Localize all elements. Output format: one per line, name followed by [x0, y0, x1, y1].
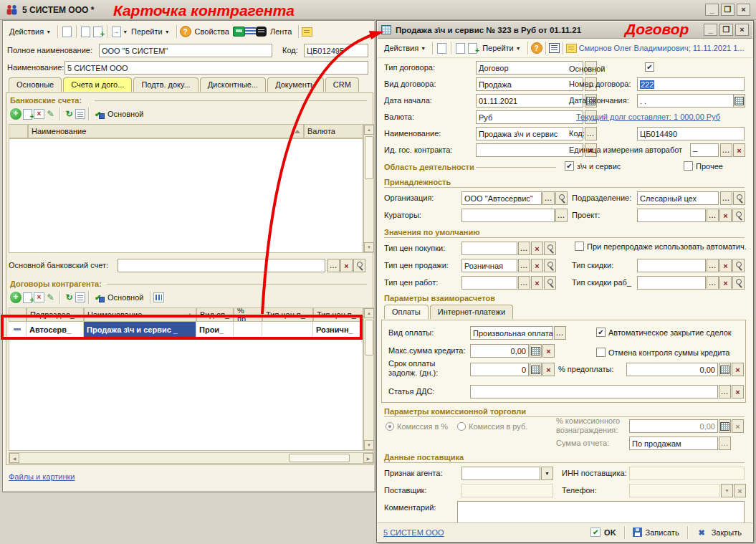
report-sum-field[interactable]: По продажам	[629, 436, 718, 450]
cash-register-icon[interactable]	[233, 27, 245, 37]
code-field[interactable]: ЦБ012495	[304, 44, 368, 57]
phone-field[interactable]	[629, 484, 720, 497]
files-and-pictures-link[interactable]: Файлы и картинки	[9, 472, 75, 481]
lookup-button[interactable]: ...	[707, 209, 719, 222]
table-icon[interactable]	[549, 43, 560, 53]
properties-button[interactable]: Свойства	[191, 26, 233, 37]
refresh-icon[interactable]: ↻	[63, 292, 75, 303]
counterparty-link[interactable]: 5 СИСТЕМ ООО	[383, 528, 444, 537]
commission-pct-radio[interactable]: Комиссия в %	[386, 422, 448, 431]
search-button[interactable]	[732, 209, 745, 222]
tab-oplaty[interactable]: Оплаты	[384, 305, 429, 319]
bank-col-name[interactable]: Наименование	[28, 124, 304, 138]
search-button[interactable]	[544, 276, 556, 290]
contracts-vscrollbar[interactable]: ▲ ▼	[363, 307, 374, 451]
note-icon[interactable]	[566, 44, 577, 53]
lookup-button[interactable]: ...	[707, 276, 719, 290]
refresh-icon[interactable]: ↻	[63, 108, 75, 120]
other-checkbox[interactable]: Прочее	[684, 161, 723, 171]
contracts-col-department[interactable]: Подраздел_	[27, 307, 84, 322]
help-icon[interactable]: ?	[531, 42, 542, 54]
actions-menu[interactable]: Действия▼	[6, 26, 54, 37]
tab-diskontnye[interactable]: Дисконтные...	[200, 77, 267, 92]
copy-icon[interactable]	[92, 26, 104, 37]
calc-button[interactable]	[530, 344, 542, 358]
lookup-button[interactable]: ...	[720, 191, 732, 205]
commission-rub-radio[interactable]: Комиссия в руб.	[457, 422, 527, 431]
minimize-button[interactable]: _	[705, 4, 719, 16]
contract-code-field[interactable]: ЦБ014490	[637, 127, 745, 140]
lookup-button[interactable]: ...	[555, 209, 568, 222]
feed-icon[interactable]	[256, 27, 267, 37]
dropdown-button[interactable]: ▼	[721, 484, 733, 497]
edit-icon[interactable]: ✎	[44, 292, 57, 303]
refresh-icon[interactable]: ↻	[454, 42, 466, 54]
scroll-down-button[interactable]: ▼	[364, 440, 374, 450]
contracts-col-name[interactable]: Наименование	[84, 307, 196, 322]
current-debt-link[interactable]: Текущий долг составляет: 1 000,00 Руб	[576, 113, 720, 121]
curators-field[interactable]	[461, 209, 555, 222]
contract-row-name[interactable]: Продажа з\ч и сервис _	[84, 322, 196, 338]
lookup-button[interactable]: ...	[518, 259, 530, 272]
main-bank-account-field[interactable]	[118, 259, 325, 272]
lookup-button[interactable]: ...	[585, 127, 597, 140]
scroll-left-button[interactable]: ◀	[9, 453, 19, 463]
feed-button[interactable]: Лента	[267, 26, 295, 37]
tab-crm[interactable]: CRM	[325, 77, 359, 92]
set-main-icon[interactable]: ✔	[92, 292, 104, 303]
buy-price-field[interactable]	[461, 242, 517, 255]
lookup-button[interactable]: ...	[542, 191, 555, 205]
close-window-button[interactable]: ✖Закрыть	[691, 525, 747, 540]
help-icon[interactable]: ?	[180, 26, 191, 37]
supplier-field[interactable]	[461, 484, 553, 497]
save-button[interactable]: Записать	[628, 526, 684, 538]
maximize-button[interactable]: ❒	[719, 24, 733, 36]
set-main-button[interactable]: Основной	[104, 108, 147, 120]
contract-row-pct[interactable]	[234, 322, 262, 338]
discount-field[interactable]	[637, 259, 706, 272]
search-button[interactable]	[544, 242, 556, 255]
commission-pct-field[interactable]: 0,00	[629, 419, 718, 433]
resale-checkbox[interactable]: При перепродаже использовать автоматич..…	[575, 242, 747, 251]
copy-icon[interactable]	[466, 42, 479, 54]
tab-dokumenty[interactable]: Документы	[267, 77, 324, 92]
bank-table-body[interactable]	[9, 138, 363, 253]
contracts-hscrollbar[interactable]: ◀ ▶	[9, 452, 374, 464]
chevron-down-icon[interactable]: ▼	[123, 29, 128, 34]
contracts-col-paykind[interactable]: Вид оп_	[196, 307, 234, 322]
close-button[interactable]: ×	[737, 4, 750, 16]
tab-podtv-dokumenty[interactable]: Подтв. доку...	[133, 77, 198, 92]
set-main-button[interactable]: Основной	[104, 292, 147, 303]
clear-button[interactable]: ×	[340, 259, 353, 272]
lookup-button[interactable]: ...	[518, 276, 530, 290]
service-checkbox[interactable]: з\ч и сервис	[565, 161, 621, 171]
clear-button[interactable]: ×	[719, 259, 732, 272]
dds-field[interactable]	[470, 385, 718, 399]
search-button[interactable]	[732, 276, 745, 290]
set-main-icon[interactable]: ✔	[92, 108, 104, 120]
lookup-button[interactable]: ...	[554, 326, 566, 340]
currency-field[interactable]: Руб	[476, 110, 583, 124]
scroll-right-button[interactable]: ▶	[363, 453, 373, 463]
reread-icon[interactable]: ↵	[436, 42, 448, 54]
contract-row-pricetype[interactable]	[262, 322, 313, 338]
tab-scheta-i-dogovory[interactable]: Счета и дого...	[63, 77, 132, 92]
contract-row-icon[interactable]	[9, 322, 27, 338]
add-icon[interactable]: +	[10, 292, 21, 303]
list-settings-icon[interactable]	[75, 292, 85, 302]
lookup-button[interactable]: ...	[719, 436, 731, 450]
ok-button[interactable]: ✔OK	[585, 526, 621, 538]
note-icon[interactable]	[302, 27, 312, 37]
clear-button[interactable]: ×	[719, 209, 732, 222]
maximize-button[interactable]: ❒	[721, 4, 735, 16]
search-button[interactable]	[544, 259, 556, 272]
clear-button[interactable]: ×	[542, 363, 555, 376]
scroll-up-button[interactable]: ▲	[364, 125, 374, 135]
autoclose-checkbox[interactable]: Автоматическое закрытие сделок	[596, 328, 732, 337]
unit-field[interactable]: –	[690, 143, 719, 157]
bank-col-currency[interactable]: Валюта	[304, 124, 363, 138]
nocontrol-checkbox[interactable]: Отмена контроля суммы кредита	[596, 348, 729, 357]
scroll-thumb[interactable]	[365, 136, 373, 179]
agent-field[interactable]	[461, 467, 540, 480]
tab-osnovnye[interactable]: Основные	[9, 77, 62, 92]
